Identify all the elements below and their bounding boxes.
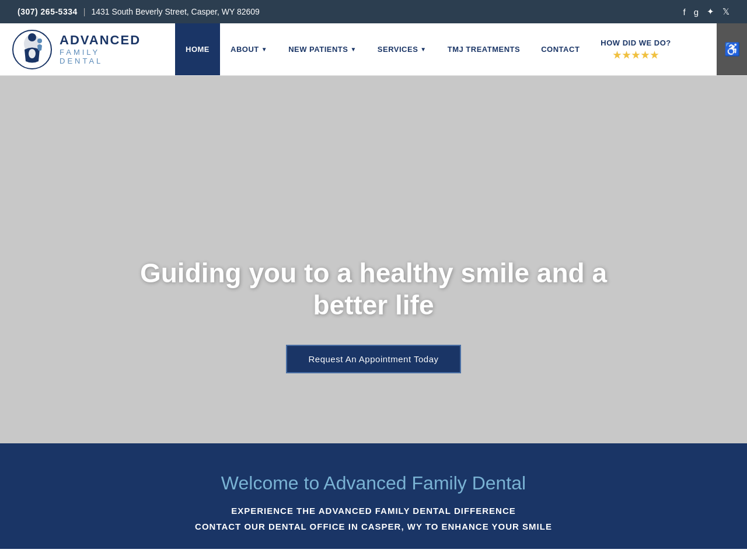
about-dropdown-arrow: ▼ <box>261 46 267 52</box>
top-bar-contact-info: (307) 265-5334 | 1431 South Beverly Stre… <box>18 7 260 16</box>
svg-point-4 <box>37 38 42 43</box>
welcome-sub2: CONTACT OUR DENTAL OFFICE IN CASPER, WY … <box>23 522 724 531</box>
nav-item-tmj[interactable]: TMJ TREATMENTS <box>437 23 530 75</box>
address: 1431 South Beverly Street, Casper, WY 82… <box>91 7 259 16</box>
logo-family: FAMILY <box>60 48 141 57</box>
hero-section: Guiding you to a healthy smile and a bet… <box>0 76 747 443</box>
phone-number[interactable]: (307) 265-5334 <box>18 7 78 16</box>
welcome-sub1: EXPERIENCE THE ADVANCED FAMILY DENTAL DI… <box>23 506 724 516</box>
request-appointment-button[interactable]: Request An Appointment Today <box>286 345 460 373</box>
nav-item-contact[interactable]: CONTACT <box>530 23 590 75</box>
logo-area[interactable]: ADVANCED FAMILY DENTAL <box>0 23 175 75</box>
logo-dental: DENTAL <box>60 57 141 65</box>
facebook-icon[interactable]: f <box>683 7 685 17</box>
nav-item-new-patients[interactable]: NEW PATIENTS ▼ <box>278 23 367 75</box>
nav-item-about[interactable]: ABOUT ▼ <box>220 23 278 75</box>
logo-advanced: ADVANCED <box>60 33 141 47</box>
nav-item-home[interactable]: HOME <box>175 23 220 75</box>
nav-links: HOME ABOUT ▼ NEW PATIENTS ▼ SERVICES ▼ T… <box>175 23 747 75</box>
nav-item-services[interactable]: SERVICES ▼ <box>367 23 437 75</box>
welcome-section: Welcome to Advanced Family Dental EXPERI… <box>0 443 747 549</box>
hero-title: Guiding you to a healthy smile and a bet… <box>111 257 636 321</box>
top-bar: (307) 265-5334 | 1431 South Beverly Stre… <box>0 0 747 23</box>
new-patients-dropdown-arrow: ▼ <box>350 46 356 52</box>
accessibility-icon: ♿ <box>724 42 740 57</box>
separator: | <box>83 7 86 16</box>
logo-icon <box>12 29 53 70</box>
yelp-icon[interactable]: ✦ <box>707 6 714 17</box>
social-links: f g ✦ 𝕏 <box>683 6 729 17</box>
rating-stars: ★★★★★ <box>613 50 659 61</box>
navbar: ADVANCED FAMILY DENTAL HOME ABOUT ▼ NEW … <box>0 23 747 76</box>
google-plus-icon[interactable]: g <box>694 7 699 17</box>
accessibility-button[interactable]: ♿ <box>717 23 747 75</box>
how-label: HOW DID WE DO? <box>601 38 671 47</box>
svg-point-2 <box>28 33 36 41</box>
logo-text: ADVANCED FAMILY DENTAL <box>60 33 141 65</box>
twitter-icon[interactable]: 𝕏 <box>722 6 729 17</box>
svg-point-3 <box>29 49 36 58</box>
nav-item-how-did-we-do[interactable]: HOW DID WE DO? ★★★★★ <box>590 23 681 75</box>
welcome-title: Welcome to Advanced Family Dental <box>23 473 724 494</box>
services-dropdown-arrow: ▼ <box>420 46 426 52</box>
